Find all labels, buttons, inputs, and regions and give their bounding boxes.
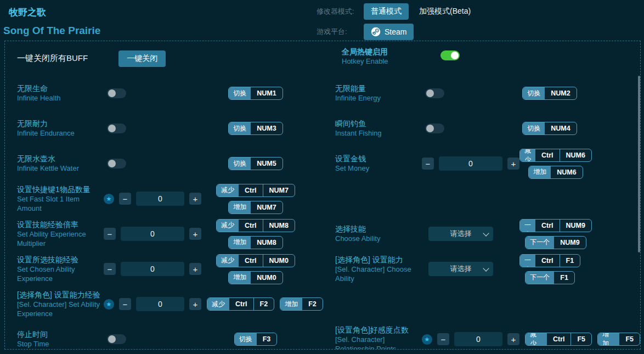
hotkey-action: 增加 [280, 298, 302, 310]
increment-button[interactable]: + [189, 298, 201, 310]
hotkey-button[interactable]: 增加 F5 [597, 333, 640, 346]
hotkey-action: 切换 [229, 122, 251, 134]
platform-row: 游戏平台: Steam [317, 23, 471, 41]
feature-en: Set Ability Experience Multiplier [17, 229, 104, 248]
hotkey-key: F2 [302, 298, 323, 310]
row-infinite-kettle-water: 无限水壶水 Infinite Kettle Water 切换 NUM5 [5, 146, 323, 181]
hotkey-action: 减少 [207, 298, 229, 310]
row-infinite-endurance: 无限耐力 Infinite Endurance 切换 NUM3 [5, 111, 323, 146]
infinite-endurance-toggle[interactable] [107, 123, 126, 133]
multiplier-input[interactable]: 0 [121, 227, 184, 241]
experience-input[interactable]: 0 [121, 262, 184, 276]
decrement-button[interactable]: − [104, 263, 116, 275]
feature-en: Set Chosen Ability Experience [17, 265, 104, 283]
normal-mode-button[interactable]: 普通模式 [364, 3, 409, 20]
hotkey-key: F3 [257, 333, 277, 345]
relationship-points-input[interactable]: 0 [454, 332, 502, 346]
steam-icon [371, 27, 381, 37]
row-character-choose-ability: [选择角色] 设置能力 [Sel. Character] Choose Abil… [323, 251, 640, 286]
toggle-knob [451, 52, 459, 59]
feature-en: Infinite Kettle Water [17, 164, 104, 173]
feature-en: [Sel. Character] Relationship Points [335, 335, 422, 350]
hotkey-button[interactable]: 增加 NUM6 [528, 166, 583, 179]
hotkey-key: NUM0 [263, 255, 295, 267]
hotkey-key: F1 [554, 272, 574, 284]
decrement-button[interactable]: − [437, 333, 449, 345]
favorite-star-icon[interactable]: ★ [422, 334, 432, 345]
hotkey-key: F1 [560, 255, 580, 267]
hotkey-action: 切换 [229, 158, 251, 170]
hotkey-button[interactable]: 减少 Ctrl NUM8 [216, 219, 295, 232]
hotkey-button[interactable]: 下一个 F1 [525, 271, 575, 284]
hotkey-action: 增加 [598, 333, 619, 345]
hotkey-action: 减少 [217, 184, 239, 196]
row-relationship-points: [设置角色]好感度点数 [Sel. Character] Relationshi… [323, 322, 640, 350]
hotkey-action: 切换 [235, 333, 257, 345]
item-amount-input[interactable]: 0 [136, 192, 184, 206]
toggle-knob [108, 125, 116, 132]
hotkey-button[interactable]: 上一个 Ctrl F1 [519, 254, 580, 267]
character-ability-select[interactable]: 请选择 [428, 262, 493, 276]
hotkey-key: F5 [619, 333, 640, 345]
close-all-button[interactable]: 一键关闭 [118, 50, 166, 67]
ability-experience-input[interactable]: 0 [136, 297, 184, 311]
hotkey-key: Ctrl [229, 298, 253, 310]
row-set-money: 设置金钱 Set Money − 0 + 减少 Ctrl NUM6 增加 NUM… [323, 146, 640, 181]
header-settings: 修改器模式: 普通模式 加强模式(Beta) 游戏平台: Steam [317, 2, 471, 43]
increment-button[interactable]: + [507, 333, 519, 345]
hotkey-key: Ctrl [239, 184, 263, 196]
trainer-mode-row: 修改器模式: 普通模式 加强模式(Beta) [317, 2, 471, 20]
hotkey-button[interactable]: 减少 Ctrl NUM7 [216, 184, 295, 197]
hotkey-enable-toggle[interactable] [440, 50, 460, 60]
hotkey-button[interactable]: 切换 NUM5 [228, 157, 283, 170]
hotkey-button[interactable]: 减少 Ctrl NUM6 [519, 149, 592, 162]
infinite-kettle-water-toggle[interactable] [107, 159, 126, 168]
hotkey-enable-block: 全局热键启用 Hotkey Enable [342, 47, 460, 66]
infinite-energy-toggle[interactable] [425, 88, 444, 98]
hotkey-key: NUM5 [251, 158, 282, 170]
increment-button[interactable]: + [189, 263, 201, 275]
favorite-star-icon[interactable]: ★ [104, 299, 114, 310]
increment-button[interactable]: + [189, 228, 201, 240]
hotkey-key: NUM8 [251, 237, 282, 249]
scrollbar[interactable] [638, 76, 640, 252]
hotkey-key: Ctrl [535, 149, 560, 161]
stop-time-toggle[interactable] [107, 334, 126, 344]
hotkey-button[interactable]: 增加 NUM7 [228, 201, 283, 214]
game-title-en: Song Of The Prairie [3, 25, 100, 37]
hotkey-button[interactable]: 增加 NUM8 [228, 236, 283, 249]
toggle-knob [108, 89, 116, 97]
hotkey-button[interactable]: 增加 F2 [280, 297, 323, 311]
instant-fishing-toggle[interactable] [425, 123, 444, 133]
decrement-button[interactable]: − [119, 193, 131, 205]
hotkey-button[interactable]: 减少 Ctrl F2 [207, 297, 274, 311]
money-value-input[interactable]: 0 [439, 156, 502, 171]
game-title-zh: 牧野之歌 [9, 6, 46, 19]
decrement-button[interactable]: − [422, 158, 434, 170]
hotkey-button[interactable]: 切换 NUM4 [522, 122, 577, 135]
hotkey-button[interactable]: 上一个 Ctrl NUM9 [519, 219, 592, 232]
infinite-health-toggle[interactable] [107, 88, 126, 98]
hotkey-button[interactable]: 下一个 NUM9 [525, 236, 586, 249]
row-infinite-energy: 无限能量 Infinite Energy 切换 NUM2 [323, 76, 640, 111]
feature-en: Infinite Health [17, 93, 104, 103]
row-set-ability-experience-multiplier: 设置技能经验倍率 Set Ability Experience Multipli… [5, 216, 323, 251]
enhanced-mode-option[interactable]: 加强模式(Beta) [419, 7, 471, 16]
increment-button[interactable]: + [189, 193, 201, 205]
decrement-button[interactable]: − [119, 298, 131, 310]
hotkey-button[interactable]: 减少 Ctrl NUM0 [216, 254, 295, 267]
hotkey-button[interactable]: 增加 NUM0 [228, 271, 283, 284]
steam-platform-button[interactable]: Steam [364, 24, 414, 40]
favorite-star-icon[interactable]: ★ [104, 194, 114, 204]
feature-en: Infinite Energy [335, 93, 422, 103]
hotkey-button[interactable]: 切换 NUM2 [522, 87, 577, 100]
ability-select[interactable]: 请选择 [428, 227, 493, 241]
hotkey-button[interactable]: 切换 F3 [234, 333, 278, 346]
hotkey-button[interactable]: 切换 NUM1 [228, 87, 283, 100]
row-instant-fishing: 瞬间钓鱼 Instant Fishing 切换 NUM4 [323, 111, 640, 146]
hotkey-button[interactable]: 切换 NUM3 [228, 122, 283, 135]
toggle-knob [108, 160, 116, 167]
increment-button[interactable]: + [507, 158, 519, 170]
decrement-button[interactable]: − [104, 228, 116, 240]
hotkey-button[interactable]: 减少 Ctrl F5 [525, 333, 592, 346]
